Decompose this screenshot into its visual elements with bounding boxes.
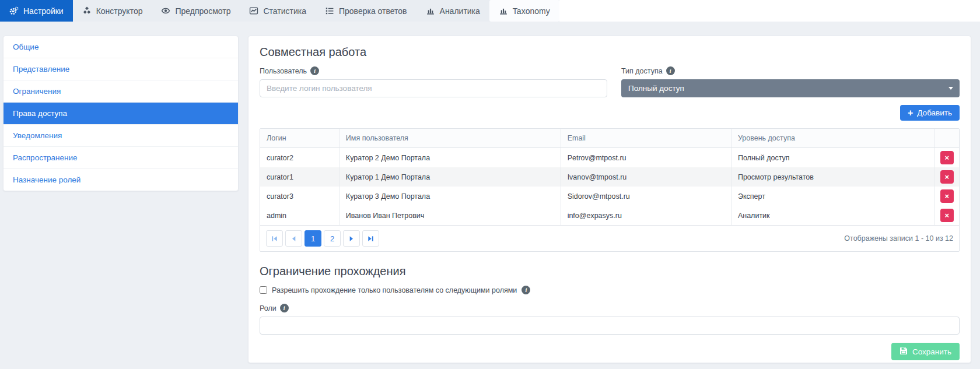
bar-chart-icon: [426, 6, 435, 15]
save-button[interactable]: Сохранить: [891, 343, 960, 360]
sidebar-item-notifications[interactable]: Уведомления: [4, 125, 238, 147]
delete-row-button[interactable]: ×: [940, 151, 954, 164]
access-type-label-row: Тип доступа i: [621, 66, 960, 75]
access-type-select[interactable]: Полный доступ: [621, 79, 960, 97]
roles-label: Роли: [260, 304, 276, 312]
add-button-label: Добавить: [917, 108, 952, 117]
records-info: Отображены записи 1 - 10 из 12: [844, 234, 953, 243]
plus-icon: +: [908, 108, 913, 118]
delete-row-button[interactable]: ×: [940, 170, 954, 184]
cell-access: Эксперт: [731, 187, 935, 206]
collaboration-title: Совместная работа: [260, 45, 960, 59]
cell-email: Petrov@mtpost.ru: [561, 148, 731, 168]
tab-label: Предпросмотр: [175, 6, 230, 16]
pagination-next-button[interactable]: [343, 230, 360, 247]
nav-tabs: Настройки Конструктор Предпросмотр: [0, 0, 559, 22]
sidebar-item-access-rights[interactable]: Права доступа: [4, 103, 238, 125]
cell-login: curator3: [260, 187, 339, 206]
close-icon: ×: [944, 173, 949, 181]
header-actions: [935, 129, 959, 148]
sidebar-item-restrictions[interactable]: Ограничения: [4, 80, 238, 103]
table-row: curator2 Куратор 2 Демо Портала Petrov@m…: [260, 148, 959, 168]
tab-constructor[interactable]: Конструктор: [73, 0, 152, 22]
tab-label: Настройки: [23, 6, 64, 16]
access-rights-table: Логин Имя пользователя Email Уровень дос…: [260, 129, 959, 225]
tab-answer-check[interactable]: Проверка ответов: [316, 0, 416, 22]
gears-icon: [9, 6, 19, 15]
header-access-level: Уровень доступа: [731, 129, 935, 148]
pagination-prev-button[interactable]: [285, 230, 302, 247]
table-row: curator3 Куратор 3 Демо Портала Sidorov@…: [260, 187, 959, 206]
pagination-last-button[interactable]: [362, 230, 379, 247]
user-field-label-row: Пользователь i: [260, 66, 607, 75]
tab-analytics[interactable]: Аналитика: [416, 0, 489, 22]
line-chart-icon: [249, 6, 258, 15]
next-page-icon: [348, 235, 355, 243]
tab-taxonomy[interactable]: Taxonomy: [489, 0, 559, 22]
info-icon[interactable]: i: [666, 66, 675, 75]
sidebar-item-general[interactable]: Общие: [4, 36, 238, 58]
first-page-icon: [271, 235, 278, 243]
restriction-section: Ограничение прохождения Разрешить прохож…: [260, 265, 960, 360]
cell-email: Sidorov@mtpost.ru: [561, 187, 731, 206]
info-icon[interactable]: i: [522, 286, 530, 294]
header-user-name: Имя пользователя: [339, 129, 561, 148]
close-icon: ×: [944, 192, 949, 200]
header-login: Логин: [260, 129, 339, 148]
cell-email: info@expasys.ru: [561, 206, 731, 225]
main-panel: Совместная работа Пользователь i Тип дос…: [248, 36, 971, 363]
roles-label-row: Роли i: [260, 304, 960, 312]
cell-access: Аналитик: [731, 206, 935, 225]
table-row: admin Иванов Иван Петрович info@expasys.…: [260, 206, 959, 225]
tab-statistics[interactable]: Статистика: [240, 0, 316, 22]
sidebar-item-distribution[interactable]: Распространение: [4, 147, 238, 169]
cell-name: Иванов Иван Петрович: [339, 206, 561, 225]
tab-label: Конструктор: [96, 6, 143, 16]
page-content: Общие Представление Ограничения Права до…: [0, 22, 980, 369]
cubes-icon: [82, 6, 92, 15]
add-user-button[interactable]: + Добавить: [900, 105, 960, 121]
table-row: curator1 Куратор 1 Демо Портала Ivanov@t…: [260, 167, 959, 187]
tab-label: Taxonomy: [513, 6, 550, 16]
info-icon[interactable]: i: [280, 304, 289, 312]
delete-row-button[interactable]: ×: [940, 209, 954, 222]
table-header-row: Логин Имя пользователя Email Уровень дос…: [260, 129, 959, 148]
save-button-label: Сохранить: [912, 347, 951, 356]
user-label: Пользователь: [260, 67, 307, 75]
save-icon: [900, 347, 908, 357]
tab-settings[interactable]: Настройки: [0, 0, 73, 22]
collaboration-form: Пользователь i Тип доступа i Полный дост…: [260, 66, 960, 97]
top-navbar: Настройки Конструктор Предпросмотр: [0, 0, 980, 22]
roles-input[interactable]: [260, 317, 960, 335]
grid-footer: 1 2 Отображены записи 1 - 10 из 12: [260, 225, 959, 251]
delete-row-button[interactable]: ×: [940, 189, 954, 203]
sidebar-item-presentation[interactable]: Представление: [4, 58, 238, 80]
settings-sidebar: Общие Представление Ограничения Права до…: [3, 36, 239, 191]
info-icon[interactable]: i: [310, 66, 319, 75]
sidebar-item-role-assignment[interactable]: Назначение ролей: [4, 169, 238, 191]
pagination-first-button[interactable]: [266, 230, 283, 247]
header-email: Email: [561, 129, 731, 148]
cell-login: admin: [260, 206, 339, 225]
access-rights-grid: Логин Имя пользователя Email Уровень дос…: [260, 128, 960, 252]
cell-email: Ivanov@tmpost.ru: [561, 167, 731, 187]
close-icon: ×: [944, 212, 949, 219]
prev-page-icon: [290, 235, 298, 243]
cell-login: curator2: [260, 148, 339, 168]
pagination: 1 2: [266, 230, 379, 247]
tab-preview[interactable]: Предпросмотр: [152, 0, 240, 22]
cell-access: Просмотр результатов: [731, 167, 935, 187]
tasks-icon: [325, 6, 334, 15]
pagination-page-1[interactable]: 1: [304, 230, 321, 247]
cell-name: Куратор 1 Демо Портала: [339, 167, 561, 187]
restrict-by-roles-checkbox[interactable]: [260, 286, 267, 294]
tab-label: Аналитика: [440, 6, 480, 16]
restriction-checkbox-row: Разрешить прохождение только пользовател…: [260, 286, 960, 294]
chevron-down-icon: [949, 87, 953, 90]
cell-login: curator1: [260, 167, 339, 187]
pagination-page-2[interactable]: 2: [324, 230, 341, 247]
user-login-input[interactable]: [260, 79, 607, 97]
access-type-selected-value: Полный доступ: [628, 84, 684, 93]
restriction-checkbox-label: Разрешить прохождение только пользовател…: [272, 286, 517, 294]
bar-chart-icon: [499, 6, 508, 15]
